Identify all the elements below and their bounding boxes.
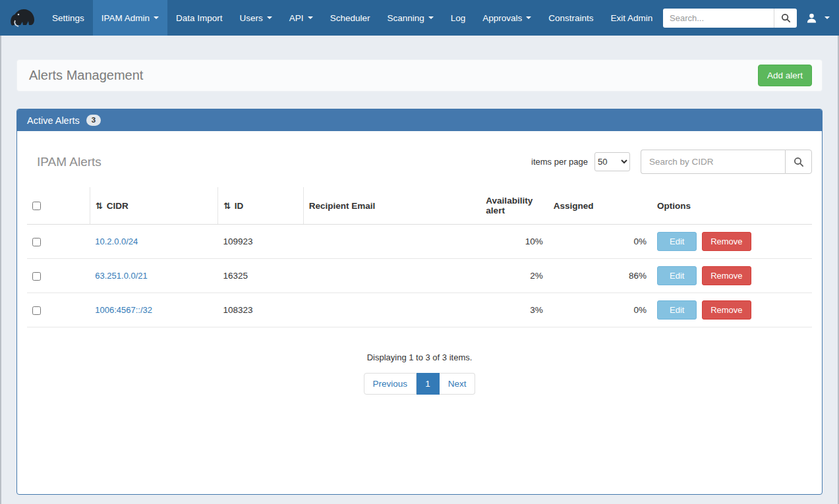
nav-item-constraints[interactable]: Constraints bbox=[540, 0, 602, 36]
row-checkbox[interactable] bbox=[32, 238, 41, 246]
add-alert-button[interactable]: Add alert bbox=[758, 65, 812, 86]
table-title: IPAM Alerts bbox=[37, 155, 101, 169]
nav-item-exit-admin[interactable]: Exit Admin bbox=[602, 0, 662, 36]
items-per-page-select[interactable]: 50 bbox=[594, 152, 630, 171]
nav-item-label: Exit Admin bbox=[611, 13, 653, 23]
nav-item-label: Constraints bbox=[548, 13, 593, 23]
nav-item-scanning[interactable]: Scanning bbox=[378, 0, 442, 36]
row-availability-alert: 3% bbox=[480, 293, 548, 327]
nav-item-label: Log bbox=[451, 13, 466, 23]
select-all-checkbox[interactable] bbox=[32, 202, 41, 210]
row-id: 16325 bbox=[217, 259, 303, 293]
row-availability-alert: 10% bbox=[480, 225, 548, 259]
row-assigned: 0% bbox=[548, 225, 652, 259]
edit-button[interactable]: Edit bbox=[657, 300, 697, 320]
nav-item-users[interactable]: Users bbox=[231, 0, 281, 36]
nav-item-log[interactable]: Log bbox=[442, 0, 475, 36]
cidr-search bbox=[641, 150, 812, 174]
navbar-search bbox=[663, 9, 797, 28]
cidr-link[interactable]: 63.251.0.0/21 bbox=[95, 271, 148, 281]
nav-item-label: Scanning bbox=[387, 13, 424, 23]
nav-item-approvals[interactable]: Approvals bbox=[474, 0, 540, 36]
top-navbar: Settings IPAM Admin Data Import Users AP… bbox=[0, 0, 839, 36]
row-availability-alert: 2% bbox=[480, 259, 548, 293]
sort-icon[interactable]: ⇅ bbox=[223, 201, 231, 211]
navbar-right bbox=[663, 0, 830, 36]
column-header-availability-alert: Availability alert bbox=[480, 187, 548, 225]
active-alerts-panel: Active Alerts 3 IPAM Alerts items per pa… bbox=[16, 109, 823, 495]
column-header-assigned: Assigned bbox=[548, 187, 652, 225]
nav-item-settings[interactable]: Settings bbox=[43, 0, 93, 36]
pagination: Previous 1 Next bbox=[27, 373, 812, 395]
cidr-search-input[interactable] bbox=[641, 150, 785, 174]
column-header-recipient-email: Recipient Email bbox=[303, 187, 480, 225]
page-title: Alerts Management bbox=[29, 68, 143, 83]
alerts-table-body: 10.2.0.0/24 109923 10% 0% Edit Remove 63… bbox=[27, 225, 812, 327]
column-header-options: Options bbox=[652, 187, 812, 225]
edit-button[interactable]: Edit bbox=[657, 266, 697, 285]
navbar-search-input[interactable] bbox=[663, 9, 774, 28]
row-id: 109923 bbox=[217, 225, 303, 259]
column-header-select bbox=[27, 187, 90, 225]
caret-down-icon bbox=[526, 16, 531, 19]
mammoth-logo[interactable] bbox=[5, 3, 38, 33]
cidr-link[interactable]: 10.2.0.0/24 bbox=[95, 237, 138, 246]
pagination-page-1-button[interactable]: 1 bbox=[417, 373, 440, 395]
pagination-previous-button[interactable]: Previous bbox=[364, 373, 417, 395]
nav-item-label: IPAM Admin bbox=[101, 13, 150, 23]
alert-count-badge: 3 bbox=[86, 115, 101, 126]
column-label: ID bbox=[235, 201, 244, 211]
nav-item-label: API bbox=[289, 13, 304, 23]
table-row: 1006:4567::/32 108323 3% 0% Edit Remove bbox=[27, 293, 812, 327]
row-checkbox[interactable] bbox=[32, 306, 41, 315]
nav-item-label: Users bbox=[240, 13, 263, 23]
remove-button[interactable]: Remove bbox=[702, 266, 751, 285]
nav-item-label: Settings bbox=[52, 13, 84, 23]
table-summary: Displaying 1 to 3 of 3 items. bbox=[27, 352, 812, 362]
search-icon bbox=[781, 13, 791, 23]
cidr-link[interactable]: 1006:4567::/32 bbox=[95, 305, 152, 315]
row-checkbox[interactable] bbox=[32, 272, 41, 281]
cidr-search-button[interactable] bbox=[785, 150, 812, 174]
toolbar-right: items per page 50 bbox=[531, 150, 812, 174]
column-label: CIDR bbox=[107, 201, 129, 211]
nav-item-scheduler[interactable]: Scheduler bbox=[322, 0, 379, 36]
page-header: Alerts Management Add alert bbox=[16, 59, 823, 92]
row-recipient-email bbox=[303, 259, 480, 293]
row-assigned: 86% bbox=[548, 259, 652, 293]
row-recipient-email bbox=[303, 293, 480, 327]
nav-item-api[interactable]: API bbox=[281, 0, 322, 36]
caret-down-icon bbox=[308, 16, 313, 19]
user-menu[interactable] bbox=[806, 10, 830, 26]
edit-button[interactable]: Edit bbox=[657, 232, 697, 251]
navbar-menu: Settings IPAM Admin Data Import Users AP… bbox=[43, 0, 661, 36]
column-header-cidr[interactable]: ⇅CIDR bbox=[90, 187, 217, 225]
pagination-next-button[interactable]: Next bbox=[440, 373, 476, 395]
row-recipient-email bbox=[303, 225, 480, 259]
nav-item-label: Approvals bbox=[482, 13, 522, 23]
row-assigned: 0% bbox=[548, 293, 652, 327]
nav-item-label: Scheduler bbox=[330, 13, 370, 23]
remove-button[interactable]: Remove bbox=[702, 300, 751, 320]
caret-down-icon bbox=[428, 16, 434, 19]
table-toolbar: IPAM Alerts items per page 50 bbox=[27, 131, 812, 187]
search-icon bbox=[794, 157, 804, 167]
nav-item-ipam-admin[interactable]: IPAM Admin bbox=[93, 0, 167, 36]
items-per-page-label: items per page bbox=[531, 157, 588, 167]
table-row: 10.2.0.0/24 109923 10% 0% Edit Remove bbox=[27, 225, 812, 259]
panel-body: IPAM Alerts items per page 50 bbox=[17, 131, 822, 494]
column-header-id[interactable]: ⇅ID bbox=[217, 187, 303, 225]
alerts-table: ⇅CIDR ⇅ID Recipient Email Availability a… bbox=[27, 187, 812, 327]
mammoth-logo-icon bbox=[7, 5, 36, 31]
panel-title: Active Alerts bbox=[27, 115, 80, 126]
nav-item-data-import[interactable]: Data Import bbox=[167, 0, 231, 36]
caret-down-icon bbox=[154, 16, 159, 19]
sort-icon[interactable]: ⇅ bbox=[96, 201, 103, 211]
caret-down-icon bbox=[267, 16, 272, 19]
table-row: 63.251.0.0/21 16325 2% 86% Edit Remove bbox=[27, 259, 812, 293]
navbar-search-button[interactable] bbox=[774, 9, 797, 28]
panel-heading: Active Alerts 3 bbox=[17, 109, 822, 131]
main-container: Alerts Management Add alert Active Alert… bbox=[16, 59, 823, 495]
nav-item-label: Data Import bbox=[176, 13, 223, 23]
remove-button[interactable]: Remove bbox=[702, 232, 751, 251]
